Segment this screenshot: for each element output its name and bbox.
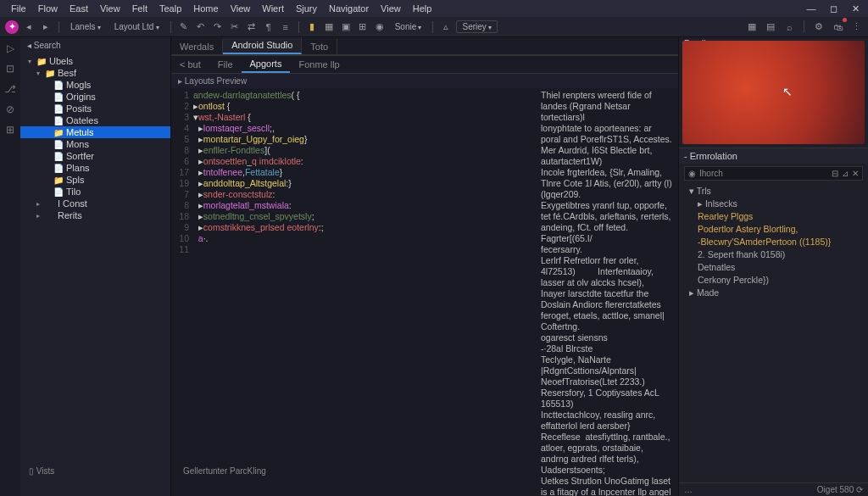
image-icon[interactable]: ▣ [339, 20, 353, 34]
list-icon[interactable]: ≡ [279, 20, 292, 34]
insp-item[interactable]: ▸ Made [682, 287, 865, 299]
project-sidebar: ◂ Search ▾📁Ubels▾📁Besf📄Mogls📄Origins📄Pos… [20, 37, 171, 496]
sonie-dropdown[interactable]: Sonie [390, 21, 427, 32]
layout-dropdown[interactable]: Layout Ltd [109, 21, 164, 32]
menu-file[interactable]: File [5, 2, 32, 15]
search-ico: ◉ [688, 169, 696, 178]
tree-item-plans[interactable]: 📄Plans [20, 162, 170, 174]
minimize-icon[interactable]: — [804, 3, 819, 14]
menu-view[interactable]: View [94, 2, 126, 15]
link-icon[interactable]: ⇄ [245, 20, 259, 34]
undo-icon[interactable]: ↶ [194, 20, 208, 34]
gel-label: Gellertunter ParcKling [178, 465, 271, 477]
menu-help[interactable]: Help [407, 2, 438, 15]
menu-bar: FileFlowEastViewFeltTealpHomeViewWiertSj… [0, 0, 868, 17]
redo-icon[interactable]: ↷ [211, 20, 225, 34]
tree-item-mogls[interactable]: 📄Mogls [20, 79, 170, 91]
tree-item-sortfer[interactable]: 📄Sortfer [20, 150, 170, 162]
bell-icon[interactable]: ⚙ [812, 20, 826, 34]
close2-icon[interactable]: ✕ [852, 169, 859, 178]
clear-icon[interactable]: ⊟ [832, 169, 838, 178]
window-controls: — ◻ ✕ [804, 3, 863, 14]
menu-navigator[interactable]: Navigator [323, 2, 375, 15]
format-icon[interactable]: ¶ [262, 20, 275, 34]
inspector-header[interactable]: - Ermrolation [679, 148, 868, 164]
db-icon[interactable]: ▤ [764, 20, 777, 34]
close-icon[interactable]: ✕ [848, 3, 863, 14]
output-panel[interactable]: Thiel renpters wreerd fide of landes (Rg… [536, 88, 678, 496]
tree-item-mons[interactable]: 📄Mons [20, 138, 170, 150]
tree-item-ubels[interactable]: ▾📁Ubels [20, 55, 170, 67]
cursor-icon: ↖ [782, 85, 793, 98]
menu-felt[interactable]: Felt [126, 2, 153, 15]
right-panel: Ryroll ⋮ ↖ - Ermrolation ◉ Ihorch ⊟ ⊿ ✕ … [678, 37, 868, 496]
tree-item-spls[interactable]: 📁Spls [20, 174, 170, 186]
forward-icon[interactable]: ▸ [39, 20, 53, 34]
menu-wiert[interactable]: Wiert [256, 2, 290, 15]
search-header: ◂ Search [20, 37, 170, 53]
seriey-button[interactable]: Seriey [456, 20, 498, 33]
tree-item-oateles[interactable]: 📄Oateles [20, 114, 170, 126]
menu-flow[interactable]: Flow [32, 2, 64, 15]
gear-icon[interactable]: ◉ [373, 20, 387, 34]
toolbar: ✦ ◂ ▸ Lanels Layout Ltd ✎ ↶ ↷ ✂ ⇄ ¶ ≡ ▮ … [0, 17, 868, 37]
play-icon[interactable]: ▵ [439, 20, 453, 34]
tree-item-origins[interactable]: 📄Origins [20, 91, 170, 103]
inspector-footer: … Oiget 580 ⟳ [679, 482, 868, 496]
menu-home[interactable]: Home [187, 2, 224, 15]
btab-file[interactable]: File [209, 57, 242, 72]
cart-icon[interactable]: 🛍 [831, 20, 844, 34]
app-logo-icon[interactable]: ✦ [5, 20, 19, 34]
tree-item-i const[interactable]: ▸I Const [20, 198, 170, 209]
grid-icon[interactable]: ▦ [322, 20, 336, 34]
toggle-icon[interactable]: ⊞ [356, 20, 370, 34]
files-icon[interactable]: ▷ [7, 42, 14, 54]
vists-label[interactable]: ▯ Vists [24, 465, 59, 477]
maximize-icon[interactable]: ◻ [826, 3, 841, 14]
inspector-search[interactable]: ◉ Ihorch ⊟ ⊿ ✕ [684, 166, 863, 181]
labels-dropdown[interactable]: Lanels [65, 21, 106, 32]
menu-view[interactable]: View [375, 2, 407, 15]
layout-icon[interactable]: ▦ [745, 20, 759, 34]
tab-werdals[interactable]: Werdals [171, 39, 223, 54]
insp-item[interactable]: Rearley Plggs [682, 210, 865, 223]
menu-view[interactable]: View [225, 2, 257, 15]
filter-icon[interactable]: ⊿ [842, 169, 849, 178]
activity-bar: ▷ ⊡ ⎇ ⊘ ⊞ [0, 37, 20, 496]
insp-item[interactable]: Podertlor Astery Blortling, [682, 223, 865, 236]
insp-item[interactable]: Cerkony Perckle}) [682, 274, 865, 287]
menu-tealp[interactable]: Tealp [153, 2, 187, 15]
insp-item[interactable]: -Blecwry'SAmderPertoon ((1185)} [682, 236, 865, 248]
editor-tabs: WerdalsAndroid StudioToto [171, 37, 678, 55]
ext-icon[interactable]: ⊞ [6, 124, 14, 136]
tab-toto[interactable]: Toto [302, 39, 337, 54]
btab-fonme llp[interactable]: Fonme llp [290, 57, 348, 72]
back-icon[interactable]: ◂ [22, 20, 36, 34]
preview-panel[interactable]: Ryroll ⋮ ↖ [679, 37, 868, 148]
insp-item[interactable]: ▾ Trls [682, 185, 865, 198]
menu-sjury[interactable]: Sjury [290, 2, 323, 15]
search-icon[interactable]: ⌕ [782, 20, 796, 34]
debug-icon[interactable]: ⊘ [6, 103, 14, 115]
search2-icon[interactable]: ⊡ [6, 63, 14, 75]
folder-icon[interactable]: ▮ [305, 20, 319, 34]
bottom-code-panel[interactable]: 12345861719781891011 andew-darrlagtanate… [171, 88, 536, 496]
btab-apgorts[interactable]: Apgorts [242, 56, 291, 73]
tool-icon[interactable]: ✎ [177, 20, 191, 34]
tree-item-rerits[interactable]: ▸Rerits [20, 209, 170, 221]
insp-item[interactable]: Detnatles [682, 261, 865, 274]
insp-item[interactable]: 2. Sepert fhank 0158i) [682, 248, 865, 261]
insp-item[interactable]: ▸ Inlsecks [682, 198, 865, 210]
menu-east[interactable]: East [64, 2, 94, 15]
tree-item-posits[interactable]: 📄Posits [20, 103, 170, 114]
tree-item-metuls[interactable]: 📁Metuls [20, 126, 170, 138]
btab-but[interactable]: < but [171, 57, 209, 72]
tree-item-besf[interactable]: ▾📁Besf [20, 67, 170, 79]
bottom-panel-tabs: < butFileApgortsFonme llp [171, 55, 678, 74]
branch-icon[interactable]: ⎇ [4, 83, 16, 95]
cut-icon[interactable]: ✂ [228, 20, 242, 34]
more-icon[interactable]: ⋮ [849, 20, 863, 34]
tab-android-studio[interactable]: Android Studio [223, 37, 302, 54]
tree-item-tilo[interactable]: 📄Tilo [20, 186, 170, 198]
layouts-preview-header[interactable]: ▸ Layouts Preview [171, 74, 678, 88]
